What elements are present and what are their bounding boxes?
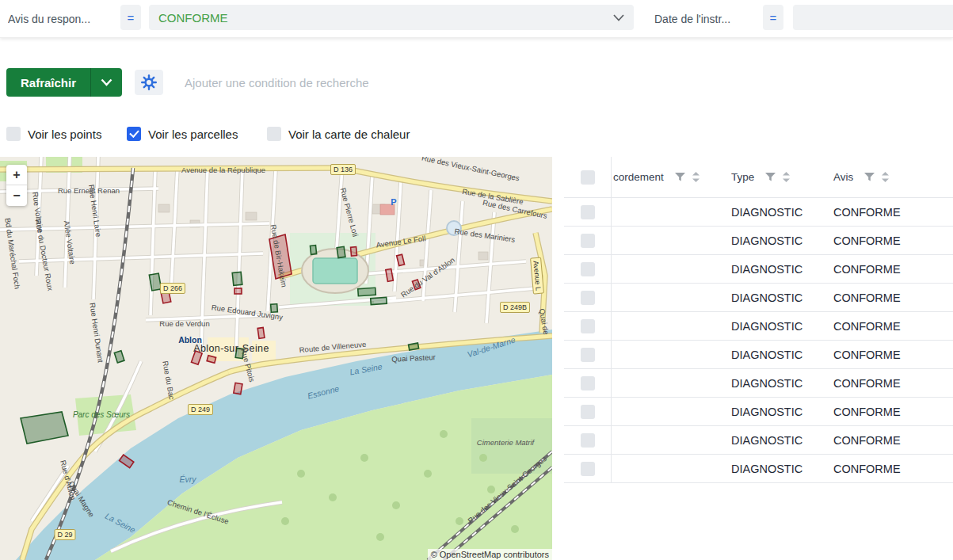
refresh-label: Rafraîchir	[21, 76, 76, 90]
cell-type: DIAGNOSTIC	[722, 284, 824, 311]
cell-avis: CONFORME	[824, 227, 953, 254]
cell-type: DIAGNOSTIC	[722, 198, 824, 226]
row-checkbox[interactable]	[581, 433, 595, 448]
equals-icon: =	[770, 11, 777, 25]
cell-type: DIAGNOSTIC	[722, 426, 824, 454]
cell-raccordement	[612, 398, 722, 425]
cell-avis: CONFORME	[824, 198, 953, 226]
toggle-label: Voir les points	[28, 128, 101, 141]
cell-avis: CONFORME	[824, 341, 953, 368]
cell-avis: CONFORME	[824, 455, 953, 482]
table-row[interactable]: DIAGNOSTICCONFORME	[564, 426, 953, 455]
cell-avis: CONFORME	[824, 398, 953, 425]
avis-selected-value: CONFORME	[158, 11, 613, 25]
sort-icon[interactable]	[692, 172, 700, 182]
toggle-label: Voir les parcelles	[148, 128, 238, 141]
date-value-field[interactable]	[793, 5, 953, 30]
row-checkbox[interactable]	[581, 348, 595, 362]
checkbox-icon	[6, 127, 21, 141]
date-operator-button[interactable]: =	[763, 5, 783, 30]
cell-raccordement	[612, 255, 722, 283]
sort-icon[interactable]	[783, 172, 790, 182]
filter-bar: Avis du respon... = CONFORME Date de l'i…	[0, 0, 953, 38]
table-row[interactable]: DIAGNOSTICCONFORME	[564, 369, 953, 398]
cell-raccordement	[612, 312, 722, 340]
cell-raccordement	[612, 455, 722, 482]
column-type: Type	[731, 171, 754, 183]
gear-icon	[141, 74, 157, 90]
date-filter-label: Date de l'instr...	[654, 8, 751, 30]
cell-avis: CONFORME	[824, 284, 953, 311]
zoom-in-button[interactable]: +	[6, 165, 27, 185]
search-condition-input[interactable]	[185, 71, 628, 93]
chevron-down-icon	[613, 14, 624, 21]
map[interactable]: Avenue de la RépubliqueD 136Rue des Vieu…	[0, 157, 552, 560]
table-row[interactable]: DIAGNOSTICCONFORME	[564, 284, 953, 312]
row-checkbox[interactable]	[581, 319, 595, 333]
cell-type: DIAGNOSTIC	[722, 398, 824, 425]
cell-raccordement	[612, 341, 722, 368]
cell-type: DIAGNOSTIC	[722, 369, 824, 397]
avis-operator-button[interactable]: =	[120, 5, 141, 30]
row-checkbox[interactable]	[581, 234, 595, 248]
filter-icon[interactable]	[675, 173, 685, 181]
avis-filter-label: Avis du respon...	[8, 8, 112, 30]
column-avis: Avis	[833, 171, 853, 183]
toggle-voir-la-carte-de-chaleur[interactable]: Voir la carte de chaleur	[267, 125, 410, 143]
filter-icon[interactable]	[864, 173, 875, 181]
cell-avis: CONFORME	[824, 312, 953, 340]
cell-type: DIAGNOSTIC	[722, 227, 824, 254]
row-checkbox[interactable]	[581, 205, 595, 219]
cell-raccordement	[612, 284, 722, 311]
chevron-down-icon	[101, 78, 112, 86]
results-table: cordement Type Avis	[564, 157, 953, 483]
zoom-out-button[interactable]: −	[6, 185, 27, 206]
cell-raccordement	[612, 227, 722, 254]
map-zoom-control: + −	[6, 165, 27, 206]
cell-avis: CONFORME	[824, 426, 953, 454]
cell-type: DIAGNOSTIC	[722, 255, 824, 283]
toggle-voir-les-parcelles[interactable]: Voir les parcelles	[127, 125, 238, 143]
equals-icon: =	[128, 11, 135, 25]
cell-type: DIAGNOSTIC	[722, 341, 824, 368]
cell-raccordement	[612, 426, 722, 454]
refresh-split-button: Rafraîchir	[6, 68, 122, 97]
table-row[interactable]: DIAGNOSTICCONFORME	[564, 312, 953, 341]
table-header: cordement Type Avis	[564, 157, 953, 198]
cell-avis: CONFORME	[824, 255, 953, 283]
map-attribution[interactable]: © OpenStreetMap contributors	[428, 549, 552, 560]
settings-button[interactable]	[135, 70, 163, 95]
row-checkbox[interactable]	[581, 376, 595, 390]
column-raccordement: cordement	[613, 171, 664, 183]
row-checkbox[interactable]	[581, 405, 595, 419]
row-checkbox[interactable]	[581, 291, 595, 305]
table-row[interactable]: DIAGNOSTICCONFORME	[564, 455, 953, 483]
toggle-label: Voir la carte de chaleur	[288, 128, 410, 141]
row-checkbox[interactable]	[581, 462, 595, 476]
cell-raccordement	[612, 369, 722, 397]
table-row[interactable]: DIAGNOSTICCONFORME	[564, 398, 953, 426]
table-body: DIAGNOSTICCONFORMEDIAGNOSTICCONFORMEDIAG…	[564, 198, 953, 483]
checkbox-icon	[267, 127, 281, 141]
sort-icon[interactable]	[882, 172, 889, 182]
filter-icon[interactable]	[765, 173, 776, 181]
select-all-checkbox[interactable]	[581, 170, 595, 185]
table-row[interactable]: DIAGNOSTICCONFORME	[564, 227, 953, 255]
refresh-dropdown-button[interactable]	[90, 68, 122, 97]
table-row[interactable]: DIAGNOSTICCONFORME	[564, 255, 953, 284]
cell-raccordement	[612, 198, 722, 226]
refresh-button[interactable]: Rafraîchir	[6, 68, 90, 97]
table-row[interactable]: DIAGNOSTICCONFORME	[564, 341, 953, 369]
map-canvas	[0, 157, 552, 560]
cell-type: DIAGNOSTIC	[722, 312, 824, 340]
cell-type: DIAGNOSTIC	[722, 455, 824, 482]
avis-value-select[interactable]: CONFORME	[149, 5, 634, 30]
toggle-voir-les-points[interactable]: Voir les points	[6, 125, 101, 143]
checkbox-checked-icon	[127, 127, 141, 141]
cell-avis: CONFORME	[824, 369, 953, 397]
table-row[interactable]: DIAGNOSTICCONFORME	[564, 198, 953, 227]
row-checkbox[interactable]	[581, 262, 595, 276]
